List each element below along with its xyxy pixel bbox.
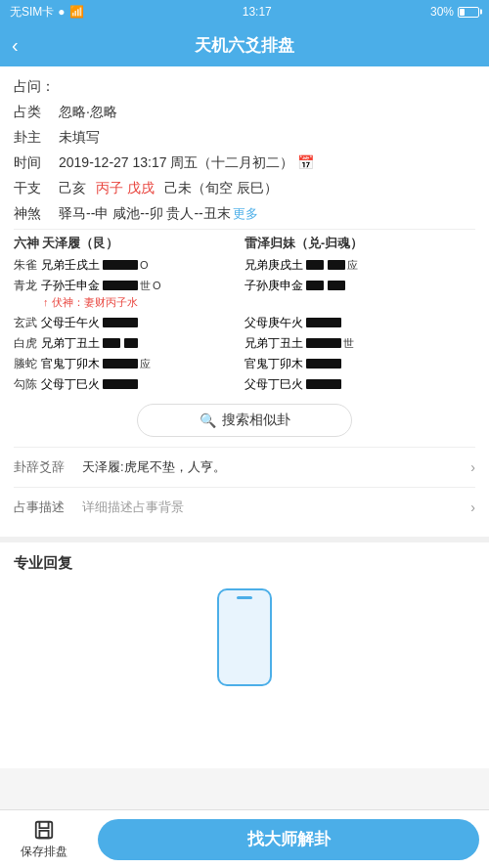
status-bar: 无SIM卡 ● 📶 13:17 30% [0,0,489,23]
badge-1: O [140,257,149,274]
save-label: 保存排盘 [21,844,67,860]
hex-left-line-4: 白虎 兄弟丁丑土 [14,334,244,353]
more-link[interactable]: 更多 [233,204,258,224]
hex-right-line-1: 兄弟庚戌土 应 [244,256,475,275]
back-button[interactable]: ‹ [12,34,19,57]
line-text-6: 父母丁巳火 [41,375,100,393]
status-right: 30% [430,5,479,19]
hex-left-line-2: 青龙 子孙壬申金 世 O ↑ 伏神：妻财丙子水 [14,277,244,312]
status-left: 无SIM卡 ● 📶 [10,4,84,21]
ying-5: 应 [140,356,151,372]
shijian-value: 2019-12-27 13:17 周五（十二月初二） [59,152,293,173]
god-4: 白虎 [14,334,41,352]
right-bar-5 [306,359,341,369]
line-text-3: 父母壬午火 [41,314,100,331]
hex-right-line-6: 父母丁巳火 [244,375,475,394]
right-line-text-5: 官鬼丁卯木 [244,355,303,372]
section-reply-header: 专业回复 [0,537,489,579]
calendar-icon[interactable]: 📅 [297,152,314,173]
hex-headers: 六神 天泽履（艮） 雷泽归妹（兑-归魂） [14,236,475,252]
right-bar-2a [306,281,324,290]
zhanshi-label: 占事描述 [14,499,76,516]
hex-right-line-3: 父母庚午火 [244,314,475,332]
zhanshi-value: 详细描述占事背景 [82,499,184,516]
ying-1: 应 [347,257,358,274]
bar-6-left [103,379,138,389]
guaci-chevron: › [470,459,475,475]
shensha-row: 神煞 驿马--申 咸池--卯 贵人--丑末 更多 [14,203,475,224]
save-button[interactable]: 保存排盘 [0,810,88,868]
master-button[interactable]: 找大师解卦 [98,819,479,860]
shi-4: 世 [343,335,354,352]
guaci-left: 卦辞爻辞 天泽履:虎尾不垫，人亨。 [14,458,226,476]
shijian-row: 时间 2019-12-27 13:17 周五（十二月初二） 📅 [14,152,475,173]
ganzhi-red: 丙子 戊戌 [96,180,155,195]
guaci-label: 卦辞爻辞 [14,458,76,476]
hex-line-5: 螣蛇 官鬼丁卯木 应 官鬼丁卯木 [14,355,475,373]
header: ‹ 天机六爻排盘 [0,23,489,66]
right-bar-4 [306,338,341,348]
battery-fill [460,9,465,16]
god-5: 螣蛇 [14,355,41,372]
bar-5-left [103,359,138,369]
hex-right-line-2: 子孙庚申金 [244,277,475,312]
page-title: 天机六爻排盘 [195,34,294,57]
god-3: 玄武 [14,314,41,331]
phone-speaker [237,596,252,599]
guaci-row[interactable]: 卦辞爻辞 天泽履:虎尾不垫，人亨。 › [14,447,475,487]
right-bar-6 [306,379,341,389]
hex-left-line-1: 朱雀 兄弟壬戌土 O [14,256,244,275]
hex-line-2: 青龙 子孙壬申金 世 O ↑ 伏神：妻财丙子水 子孙庚申金 [14,277,475,312]
shijian-label: 时间 [14,152,53,173]
hex-section: 六神 天泽履（艮） 雷泽归妹（兑-归魂） 朱雀 兄弟壬戌土 O 兄弟庚戌土 [14,229,475,394]
phone-preview-icon [217,588,272,686]
hex-line-3: 玄武 父母壬午火 父母庚午火 [14,314,475,332]
sim-icon: ● [58,5,65,19]
guazhu-label: 卦主 [14,127,53,148]
menu-rows: 卦辞爻辞 天泽履:虎尾不垫，人亨。 › 占事描述 详细描述占事背景 › [14,447,475,527]
zhanwen-row: 占问： [14,76,475,97]
badge-2: O [153,278,161,294]
god-6: 勾陈 [14,375,41,393]
bar-1-left [103,260,138,270]
hex-left-line-6: 勾陈 父母丁巳火 [14,375,244,394]
fusheng-note: ↑ 伏神：妻财丙子水 [43,295,244,310]
hex-line-6: 勾陈 父母丁巳火 父母丁巳火 [14,375,475,394]
zhanlei-label: 占类 [14,102,53,122]
bar-4-left-b [124,338,138,348]
shensha-value: 驿马--申 咸池--卯 贵人--丑末 [59,203,231,224]
zhanlei-value: 忽略·忽略 [59,102,117,122]
guazhu-row: 卦主 未填写 [14,127,475,148]
zhanwen-label: 占问： [14,76,55,97]
hex-line-4: 白虎 兄弟丁丑土 兄弟丁丑土 世 [14,334,475,353]
line-text-4: 兄弟丁丑土 [41,334,100,352]
hex-line-1: 朱雀 兄弟壬戌土 O 兄弟庚戌土 应 [14,256,475,275]
god-2: 青龙 [14,277,41,294]
shi-2: 世 [140,278,151,294]
search-similar-button[interactable]: 🔍 搜索相似卦 [137,404,352,437]
guaci-value: 天泽履:虎尾不垫，人亨。 [82,458,226,476]
reply-preview [0,579,489,768]
zhanshi-row[interactable]: 占事描述 详细描述占事背景 › [14,487,475,527]
guazhu-value: 未填写 [59,127,100,148]
save-icon [33,819,55,841]
bar-3-left [103,318,138,327]
carrier-text: 无SIM卡 [10,4,54,21]
battery-icon [458,7,479,18]
hex-right-header: 雷泽归妹（兑-归魂） [244,236,475,252]
search-icon: 🔍 [200,412,216,428]
hex-left-line-5: 螣蛇 官鬼丁卯木 应 [14,355,244,373]
search-btn-label: 搜索相似卦 [222,412,290,429]
zhanshi-left: 占事描述 详细描述占事背景 [14,499,184,516]
hex-left-line-3: 玄武 父母壬午火 [14,314,244,332]
bar-4-left-a [103,338,120,348]
line-text-5: 官鬼丁卯木 [41,355,100,372]
bar-2-left [103,281,138,290]
ganzhi-normal1: 己亥 [59,180,86,195]
info-section: 占问： 占类 忽略·忽略 卦主 未填写 时间 2019-12-27 13:17 … [14,76,475,224]
hex-left-header: 六神 天泽履（艮） [14,236,244,252]
right-bar-2b [328,281,345,290]
hex-right-line-4: 兄弟丁丑土 世 [244,334,475,353]
right-line-text-3: 父母庚午火 [244,314,303,331]
ganzhi-label: 干支 [14,178,53,198]
